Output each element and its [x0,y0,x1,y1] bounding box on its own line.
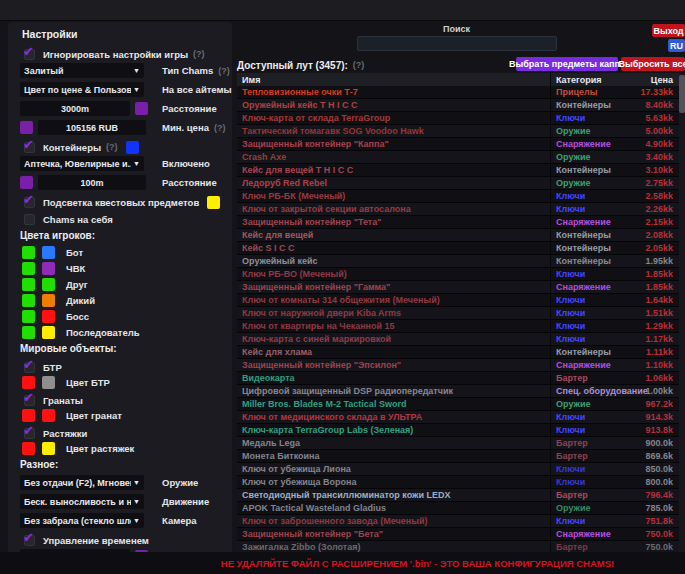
checkbox[interactable] [24,214,35,225]
checkbox[interactable]: ✔ [24,395,35,406]
column-name[interactable]: Имя [237,75,550,85]
table-row[interactable]: Кейс для хламаКонтейнеры1.11kk [237,346,679,359]
table-row[interactable]: Монета БиткоинаБартер869.6k [237,450,679,463]
scrollbar[interactable] [679,73,685,552]
table-row[interactable]: Защищенный контейнер "Бета"Снаряжение750… [237,528,679,541]
table-row[interactable]: Оружейный кейс T H I C CКонтейнеры8.40kk [237,99,679,112]
table-row[interactable]: Тепловизионные очки Т-7Прицелы17.33kk [237,86,679,99]
exit-button[interactable]: Выход [652,24,685,37]
table-row[interactable]: Ключ-карта с синей маркировкойКлючи1.17k… [237,333,679,346]
table-row[interactable]: Защищенный контейнер "Гамма"Снаряжение1.… [237,281,679,294]
table-row[interactable]: Защищенный контейнер "Каппа"Снаряжение4.… [237,138,679,151]
table-row[interactable]: Ключ РБ-ВО (Меченый)Ключи1.85kk [237,268,679,281]
table-row[interactable]: Кейс для вещейКонтейнеры2.08kk [237,229,679,242]
color-swatch-secondary[interactable] [42,278,55,291]
item-price: 5.00kk [638,126,679,136]
help-icon[interactable]: (?) [193,49,205,59]
dropdown-all-items-mode[interactable]: Цвет по цене & Пользователь▼ [20,82,144,97]
color-swatch-secondary[interactable] [42,262,55,275]
color-swatch-primary[interactable] [22,246,35,259]
setting-btr[interactable]: ✔БТР [8,359,232,375]
table-row[interactable]: Кейс S I C CКонтейнеры2.05kk [237,242,679,255]
loot-hint-icon[interactable]: (?) [353,60,365,70]
setting-quest-items-highlight[interactable]: ✔Подсветка квестовых предметов [8,194,232,210]
table-row[interactable]: Crash AxeОружие3.40kk [237,151,679,164]
checkbox[interactable]: ✔ [24,428,35,439]
dropdown-movement-options[interactable]: Беск. выносливость и нет уста▼ [20,494,144,509]
color-swatch[interactable] [126,141,139,154]
color-swatch[interactable] [135,102,148,115]
color-swatch-secondary[interactable] [42,376,55,389]
color-swatch-secondary[interactable] [42,310,55,323]
dropdown-chams-type[interactable]: Залитый▼ [20,63,144,78]
color-swatch[interactable] [207,196,220,209]
color-swatch-primary[interactable] [22,262,35,275]
table-row[interactable]: Медаль LegaБартер900.0k [237,437,679,450]
table-row[interactable]: APOK Tactical Wasteland GladiusОружие785… [237,502,679,515]
setting-containers[interactable]: ✔Контейнеры(?) [8,139,232,155]
color-swatch-secondary[interactable] [42,409,55,422]
dropdown-weapon-options[interactable]: Без отдачи (F2), Мгновенное п▼ [20,475,144,490]
input-container-distance[interactable]: 100m [38,175,146,190]
column-price[interactable]: Цена [638,75,679,85]
table-row[interactable]: Оружейный кейсКонтейнеры1.95kk [237,255,679,268]
color-swatch-primary[interactable] [22,376,35,389]
table-row[interactable]: Ледоруб Red RebelОружие2.75kk [237,177,679,190]
table-row[interactable]: Светодиодный трансиллюминатор кожи LEDXБ… [237,489,679,502]
table-row[interactable]: Ключ от медицинского склада в УЛЬТРАКлюч… [237,411,679,424]
dropdown-camera-options[interactable]: Без забрала (стекло шлема)▼ [20,513,144,528]
table-row[interactable]: Защищенный контейнер "Тета"Снаряжение2.1… [237,216,679,229]
table-row[interactable]: Ключ-карта TerraGroup Labs (Зеленая)Ключ… [237,424,679,437]
color-swatch[interactable] [20,121,33,134]
table-row[interactable]: Ключ-карта от склада TerraGroupКлючи5.63… [237,112,679,125]
input-min-price[interactable]: 105156 RUB [38,120,146,135]
color-swatch-primary[interactable] [22,442,35,455]
discard-all-button[interactable]: Выбросить все [621,57,685,71]
table-row[interactable]: Цифровой защищенный DSP радиопередатчикС… [237,385,679,398]
table-row[interactable]: Тактический томагавк SOG Voodoo HawkОруж… [237,125,679,138]
checkbox[interactable]: ✔ [24,142,35,153]
table-row[interactable]: Ключ от квартиры на Чеканной 15Ключи1.29… [237,320,679,333]
color-swatch-primary[interactable] [22,310,35,323]
color-swatch-secondary[interactable] [42,294,55,307]
table-row[interactable]: Ключ РБ-БК (Меченый)Ключи2.58kk [237,190,679,203]
select-kappa-items-button[interactable]: Выбрать предметы каппа [516,57,618,71]
setting-grenades[interactable]: ✔Гранаты [8,392,232,408]
help-icon[interactable]: (?) [218,66,230,76]
table-row[interactable]: Кейс для вещей T H I C CКонтейнеры3.10kk [237,164,679,177]
setting-chams-self[interactable]: Chams на себя [8,211,232,227]
setting-ignore-game-settings[interactable]: ✔Игнорировать настройки игры(?) [8,46,232,62]
help-icon[interactable]: (?) [214,123,226,133]
color-swatch[interactable] [20,176,33,189]
table-row[interactable]: ВидеокартаБартер1.06kk [237,372,679,385]
column-category[interactable]: Категория [550,73,638,86]
color-swatch-secondary[interactable] [42,246,55,259]
table-row[interactable]: Ключ от заброшенного завода (Меченый)Клю… [237,515,679,528]
color-swatch-secondary[interactable] [42,442,55,455]
table-row[interactable]: Ключ от убежища ЛионаКлючи850.0k [237,463,679,476]
scrollbar-thumb[interactable] [679,75,685,113]
color-swatch-primary[interactable] [22,294,35,307]
color-swatch-secondary[interactable] [42,326,55,339]
color-swatch-primary[interactable] [22,409,35,422]
table-row[interactable]: Ключ от убежища ВоронаКлючи800.0k [237,476,679,489]
setting-tripwires[interactable]: ✔Растяжки [8,425,232,441]
table-row[interactable]: Защищенный контейнер "Эпсилон"Снаряжение… [237,359,679,372]
language-button[interactable]: RU [668,39,685,52]
color-swatch-primary[interactable] [22,326,35,339]
checkbox[interactable]: ✔ [24,49,35,60]
setting-time-control[interactable]: ✔Управление временем [8,532,232,548]
table-row[interactable]: Зажигалка Zibbo (Золотая)Бартер750.0k [237,541,679,552]
table-row[interactable]: Ключ от комнаты 314 общежития (Меченый)К… [237,294,679,307]
checkbox[interactable]: ✔ [24,197,35,208]
checkbox[interactable]: ✔ [24,535,35,546]
input-distance[interactable]: 3000m [20,101,130,116]
color-swatch-primary[interactable] [22,278,35,291]
table-row[interactable]: Ключ от наружной двери Kiba ArmsКлючи1.5… [237,307,679,320]
search-input[interactable] [357,36,557,51]
table-row[interactable]: Ключ от закрытой секции автосалонаКлючи2… [237,203,679,216]
table-row[interactable]: Miller Bros. Blades M-2 Tactical SwordОр… [237,398,679,411]
help-icon[interactable]: (?) [106,142,118,152]
dropdown-containers-filter[interactable]: Аптечка, Ювелирные и...▼ [20,156,144,171]
checkbox[interactable]: ✔ [24,362,35,373]
